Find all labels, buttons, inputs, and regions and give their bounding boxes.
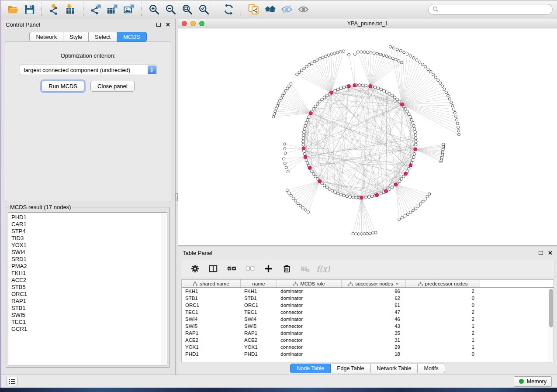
- network-node[interactable]: [296, 73, 298, 76]
- network-node[interactable]: [339, 87, 343, 90]
- network-node[interactable]: [312, 107, 315, 110]
- table-row[interactable]: SWI5SWI5connector431: [182, 323, 554, 330]
- network-node[interactable]: [415, 140, 418, 143]
- mcds-node[interactable]: [360, 196, 363, 199]
- network-node[interactable]: [371, 232, 374, 234]
- network-node[interactable]: [352, 232, 354, 235]
- mcds-node[interactable]: [330, 91, 333, 94]
- network-node[interactable]: [453, 111, 456, 114]
- network-node[interactable]: [306, 118, 309, 121]
- network-node[interactable]: [388, 188, 391, 191]
- network-node[interactable]: [457, 130, 460, 132]
- network-node[interactable]: [398, 180, 401, 183]
- network-node[interactable]: [385, 91, 388, 94]
- network-node[interactable]: [400, 178, 403, 181]
- add-row-button[interactable]: [260, 261, 277, 276]
- network-node[interactable]: [364, 84, 367, 87]
- network-node[interactable]: [302, 140, 305, 143]
- network-node[interactable]: [396, 48, 398, 51]
- network-node[interactable]: [300, 69, 303, 72]
- network-node[interactable]: [404, 215, 406, 217]
- network-node[interactable]: [284, 162, 286, 165]
- mcds-result-item[interactable]: STP4: [11, 228, 167, 235]
- network-node[interactable]: [298, 71, 301, 74]
- import-network-button[interactable]: [46, 2, 62, 17]
- network-node[interactable]: [413, 127, 416, 131]
- network-node[interactable]: [439, 82, 442, 84]
- network-node[interactable]: [441, 85, 444, 87]
- network-node[interactable]: [302, 137, 305, 140]
- network-node[interactable]: [306, 162, 309, 165]
- network-node[interactable]: [327, 54, 330, 56]
- network-node[interactable]: [398, 60, 400, 62]
- network-node[interactable]: [374, 86, 377, 89]
- network-node[interactable]: [336, 51, 339, 54]
- mcds-result-item[interactable]: GCR1: [11, 326, 167, 333]
- network-node[interactable]: [356, 51, 359, 53]
- network-node[interactable]: [403, 51, 405, 54]
- network-node[interactable]: [412, 155, 415, 158]
- network-node[interactable]: [283, 158, 285, 160]
- table-scrollbar[interactable]: [548, 288, 554, 362]
- network-node[interactable]: [408, 167, 411, 170]
- network-node[interactable]: [412, 158, 415, 162]
- mcds-node[interactable]: [384, 189, 388, 193]
- network-node[interactable]: [346, 195, 349, 198]
- network-node[interactable]: [303, 131, 306, 134]
- network-node[interactable]: [301, 206, 304, 209]
- column-header-predecessor-nodes[interactable]: predecessor nodes: [406, 280, 480, 287]
- network-node[interactable]: [313, 60, 316, 63]
- mcds-node[interactable]: [409, 164, 412, 167]
- task-history-button[interactable]: [7, 377, 17, 386]
- network-node[interactable]: [367, 196, 370, 199]
- network-node[interactable]: [445, 91, 447, 94]
- network-node[interactable]: [305, 65, 308, 68]
- search-input[interactable]: [441, 6, 548, 12]
- network-node[interactable]: [328, 188, 331, 191]
- network-node[interactable]: [272, 115, 275, 118]
- network-node[interactable]: [419, 203, 422, 205]
- network-node[interactable]: [323, 96, 326, 99]
- network-node[interactable]: [285, 166, 287, 169]
- mcds-node[interactable]: [353, 84, 356, 87]
- network-node[interactable]: [380, 192, 383, 195]
- network-node[interactable]: [339, 193, 343, 196]
- network-node[interactable]: [415, 58, 418, 61]
- mcds-result-item[interactable]: ORC1: [11, 291, 167, 298]
- tab-mcds[interactable]: MCDS: [117, 32, 146, 42]
- mcds-result-item[interactable]: FKH1: [11, 270, 167, 277]
- network-node[interactable]: [360, 51, 363, 53]
- table-row[interactable]: STB1STB1dominator620: [182, 295, 554, 302]
- mcds-result-item[interactable]: STB1: [11, 305, 167, 312]
- network-node[interactable]: [419, 61, 421, 63]
- network-node[interactable]: [339, 50, 342, 53]
- network-node[interactable]: [277, 102, 280, 105]
- home-button[interactable]: [262, 2, 278, 17]
- function-button[interactable]: f(x): [315, 261, 332, 276]
- network-node[interactable]: [283, 143, 286, 145]
- zoom-out-button[interactable]: [163, 2, 178, 17]
- network-node[interactable]: [290, 83, 292, 85]
- network-node[interactable]: [287, 171, 289, 173]
- columns-button[interactable]: [205, 261, 221, 276]
- mcds-node[interactable]: [347, 84, 350, 88]
- network-node[interactable]: [393, 96, 396, 99]
- network-node[interactable]: [360, 233, 363, 235]
- network-node[interactable]: [311, 62, 313, 65]
- mcds-result-item[interactable]: YOX1: [11, 242, 167, 249]
- network-node[interactable]: [308, 63, 311, 66]
- gear-button[interactable]: [187, 261, 203, 276]
- network-node[interactable]: [415, 137, 418, 140]
- table-tab-edge-table[interactable]: Edge Table: [331, 364, 370, 373]
- network-node[interactable]: [323, 184, 326, 187]
- network-node[interactable]: [414, 131, 417, 134]
- mcds-result-item[interactable]: PHD1: [11, 214, 167, 221]
- network-node[interactable]: [406, 213, 409, 216]
- export-image-button[interactable]: [121, 2, 137, 17]
- network-node[interactable]: [415, 143, 418, 146]
- network-node[interactable]: [389, 45, 391, 48]
- network-node[interactable]: [424, 65, 427, 68]
- network-node[interactable]: [427, 68, 429, 71]
- mcds-result-item[interactable]: STB5: [11, 284, 167, 291]
- network-node[interactable]: [428, 193, 431, 195]
